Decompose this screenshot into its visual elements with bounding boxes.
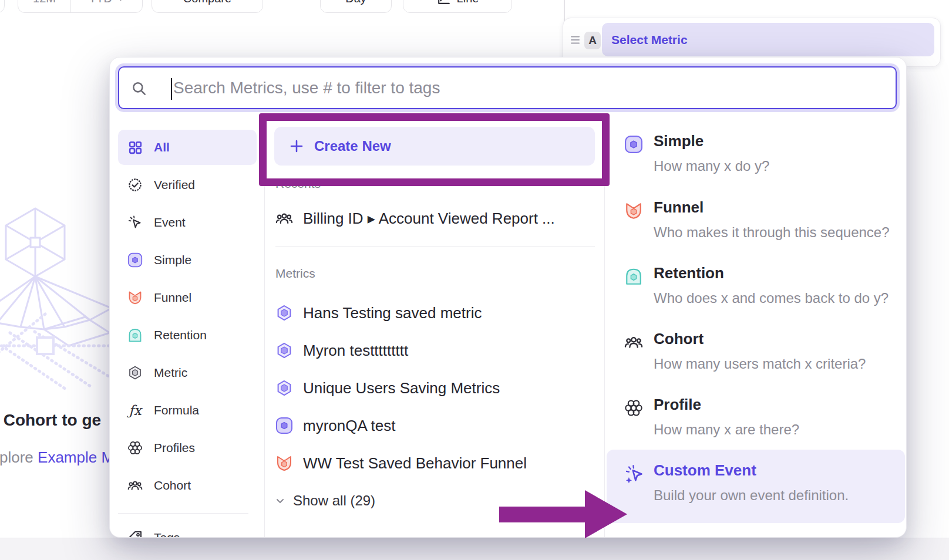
metric-list-item[interactable]: Unique Users Saving Metrics bbox=[275, 375, 593, 401]
cohort-people-icon bbox=[126, 477, 144, 494]
chevron-down-icon bbox=[117, 0, 124, 1]
range-12m-button[interactable]: 12M bbox=[18, 0, 71, 12]
tag-icon bbox=[126, 529, 144, 538]
compare-button[interactable]: Compare bbox=[152, 0, 263, 13]
range-ytd-button[interactable]: YTD bbox=[71, 0, 142, 12]
verified-badge-icon bbox=[126, 176, 144, 194]
type-simple[interactable]: Simple How many x do y? bbox=[624, 132, 894, 174]
sidebar-item-formula[interactable]: ƒx Formula bbox=[118, 393, 257, 428]
sidebar-item-funnel[interactable]: Funnel bbox=[118, 280, 257, 315]
chart-type-line-button[interactable]: Line bbox=[403, 0, 512, 13]
event-pointer-icon bbox=[126, 214, 144, 231]
funnel-metric-icon bbox=[275, 454, 293, 472]
background-bottom-strip bbox=[0, 538, 949, 560]
saved-metric-hexagon-icon bbox=[275, 304, 293, 322]
chevron-down-icon bbox=[275, 496, 285, 505]
type-retention[interactable]: Retention Who does x and comes back to d… bbox=[624, 264, 894, 306]
cohort-people-icon bbox=[275, 210, 293, 227]
saved-metric-hexagon-icon bbox=[275, 379, 293, 397]
sidebar-item-retention[interactable]: Retention bbox=[118, 318, 257, 353]
sidebar-item-cohort[interactable]: Cohort bbox=[118, 468, 257, 503]
search-box bbox=[118, 66, 897, 109]
metric-hexagon-icon bbox=[126, 364, 144, 382]
saved-metric-hexagon-icon bbox=[275, 342, 293, 359]
sidebar-item-event[interactable]: Event bbox=[118, 205, 257, 240]
sidebar-divider bbox=[118, 513, 248, 514]
formula-fx-icon: ƒx bbox=[126, 402, 144, 419]
show-all-button[interactable]: Show all (29) bbox=[275, 488, 375, 514]
type-custom-event[interactable]: Custom Event Build your own event defini… bbox=[624, 461, 894, 504]
drag-handle-icon[interactable] bbox=[570, 35, 581, 45]
metrics-header: Metrics bbox=[275, 266, 315, 281]
series-a-badge: A bbox=[584, 32, 601, 49]
sidebar-item-tags[interactable]: Tags bbox=[118, 520, 257, 538]
sidebar-item-simple[interactable]: Simple bbox=[118, 242, 257, 278]
profiles-flower-icon bbox=[126, 439, 144, 457]
app-canvas: 12M YTD Compare Day Line bbox=[0, 0, 949, 560]
metric-list-item[interactable]: Hans Testing saved metric bbox=[275, 300, 593, 326]
date-range-segmented-control: 12M YTD bbox=[18, 0, 143, 13]
sidebar-item-verified[interactable]: Verified bbox=[118, 167, 257, 203]
type-funnel[interactable]: Funnel Who makes it through this sequenc… bbox=[624, 198, 894, 241]
recent-item[interactable]: Billing ID ▸ Account Viewed Report ... bbox=[275, 205, 593, 231]
profiles-flower-icon bbox=[624, 399, 643, 420]
sidebar-item-profiles[interactable]: Profiles bbox=[118, 430, 257, 465]
search-input[interactable] bbox=[119, 68, 896, 108]
metric-list-item[interactable]: myronQA test bbox=[275, 413, 593, 438]
empty-state-headline: r Cohort to ge bbox=[0, 411, 116, 430]
empty-state-illustration bbox=[0, 197, 126, 396]
simple-metric-icon bbox=[624, 135, 643, 156]
type-profile[interactable]: Profile How many x are there? bbox=[624, 396, 894, 438]
cohort-people-icon bbox=[624, 333, 643, 354]
simple-metric-icon bbox=[126, 251, 144, 269]
granularity-day-button[interactable]: Day bbox=[320, 0, 392, 13]
select-metric-button[interactable]: Select Metric bbox=[602, 23, 934, 56]
metric-list-item[interactable]: Myron testtttttttt bbox=[275, 338, 593, 363]
sidebar-item-metric[interactable]: Metric bbox=[118, 355, 257, 390]
type-cohort[interactable]: Cohort How many users match x criteria? bbox=[624, 330, 894, 372]
funnel-metric-icon bbox=[126, 289, 144, 306]
empty-state-explore-text: xplore Example M bbox=[0, 448, 116, 467]
toolbar-edge-button[interactable] bbox=[0, 0, 5, 13]
grid-icon bbox=[126, 139, 144, 156]
retention-metric-icon bbox=[126, 326, 144, 344]
metric-list-item[interactable]: WW Test Saved Behavior Funnel bbox=[275, 450, 593, 476]
example-link[interactable]: Example M bbox=[38, 448, 114, 466]
line-chart-icon bbox=[436, 0, 451, 6]
retention-metric-icon bbox=[624, 267, 643, 288]
custom-event-icon bbox=[624, 464, 644, 487]
recents-divider bbox=[275, 246, 595, 247]
funnel-metric-icon bbox=[624, 201, 643, 222]
annotation-rectangle bbox=[259, 113, 610, 186]
sidebar-item-all[interactable]: All bbox=[118, 130, 257, 165]
annotation-arrow bbox=[497, 487, 631, 541]
simple-metric-icon bbox=[275, 417, 293, 434]
